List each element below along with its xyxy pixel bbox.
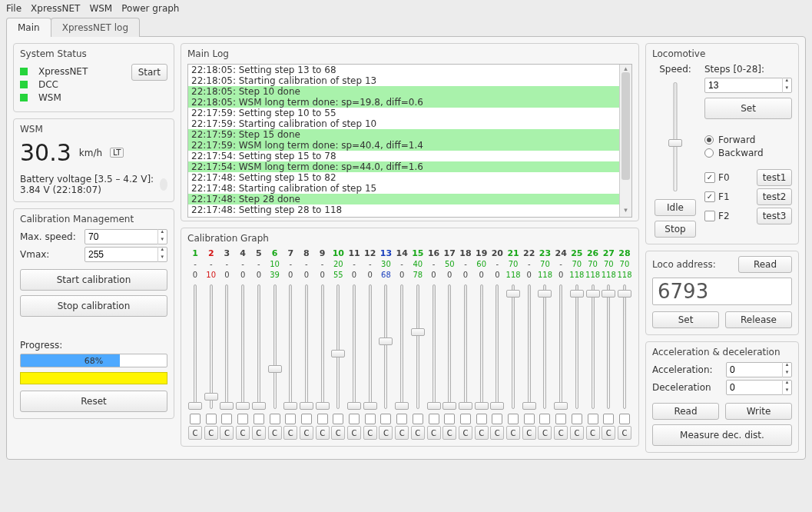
- calib-step-checkbox[interactable]: [237, 414, 248, 424]
- log-line[interactable]: 22:17:48: Starting calibration of step 1…: [188, 183, 631, 194]
- calib-step-checkbox[interactable]: [413, 414, 423, 424]
- calib-step-c-button[interactable]: C: [395, 426, 409, 440]
- func-F1-test-button[interactable]: test2: [757, 188, 792, 205]
- calib-slider[interactable]: [237, 281, 248, 412]
- calib-slider[interactable]: [429, 281, 439, 412]
- calib-step-c-button[interactable]: C: [586, 426, 600, 440]
- steps-input[interactable]: ▴▾: [704, 78, 792, 93]
- log-line[interactable]: 22:18:05: Step 10 done: [188, 86, 631, 97]
- stepper-down-icon[interactable]: ▾: [783, 85, 791, 93]
- calib-step-checkbox[interactable]: [380, 414, 391, 424]
- calib-step-c-button[interactable]: C: [602, 426, 615, 440]
- calib-step-checkbox[interactable]: [460, 414, 471, 424]
- loco-release-button[interactable]: Release: [725, 311, 792, 328]
- calib-slider[interactable]: [333, 281, 343, 412]
- calib-slider[interactable]: [588, 281, 598, 412]
- wsm-lt-chip[interactable]: LT: [110, 148, 124, 158]
- func-F0-test-button[interactable]: test1: [757, 169, 792, 186]
- calib-step-c-button[interactable]: C: [475, 426, 489, 440]
- main-log-list[interactable]: 22:18:05: Setting step 13 to 6822:18:05:…: [187, 64, 632, 218]
- log-line[interactable]: 22:18:05: Starting calibration of step 1…: [188, 75, 631, 86]
- calib-step-checkbox[interactable]: [619, 414, 630, 424]
- scrollbar[interactable]: ▴ ▾: [619, 65, 631, 217]
- calib-slider[interactable]: [508, 281, 519, 412]
- calib-step-checkbox[interactable]: [476, 414, 487, 424]
- calib-step-c-button[interactable]: C: [490, 426, 504, 440]
- calib-step-c-button[interactable]: C: [204, 426, 218, 440]
- calib-step-checkbox[interactable]: [333, 414, 343, 424]
- menu-power graph[interactable]: Power graph: [121, 3, 179, 14]
- calib-step-checkbox[interactable]: [190, 414, 201, 424]
- calib-slider[interactable]: [555, 281, 566, 412]
- calib-step-checkbox[interactable]: [539, 414, 550, 424]
- log-line[interactable]: 22:17:54: Setting step 15 to 78: [188, 151, 631, 161]
- loco-read-button[interactable]: Read: [738, 256, 792, 273]
- calib-step-checkbox[interactable]: [555, 414, 566, 424]
- start-button[interactable]: Start: [131, 64, 167, 81]
- stop-calibration-button[interactable]: Stop calibration: [20, 295, 167, 317]
- calib-step-c-button[interactable]: C: [252, 426, 266, 440]
- speed-slider[interactable]: [668, 79, 682, 194]
- tab-xpressnet log[interactable]: XpressNET log: [51, 18, 140, 37]
- tab-main[interactable]: Main: [6, 18, 51, 37]
- calib-step-checkbox[interactable]: [429, 414, 439, 424]
- log-line[interactable]: 22:17:48: Setting step 28 to 118: [188, 204, 631, 215]
- calib-step-checkbox[interactable]: [349, 414, 360, 424]
- calib-step-checkbox[interactable]: [603, 414, 614, 424]
- calib-step-c-button[interactable]: C: [316, 426, 330, 440]
- calib-step-checkbox[interactable]: [492, 414, 502, 424]
- calib-step-c-button[interactable]: C: [331, 426, 345, 440]
- deceleration-input[interactable]: ▴▾: [726, 380, 792, 395]
- backward-radio[interactable]: Backward: [704, 148, 792, 158]
- func-F1-checkbox[interactable]: ✓: [704, 191, 715, 202]
- calib-step-c-button[interactable]: C: [570, 426, 584, 440]
- acceleration-input[interactable]: ▴▾: [726, 362, 792, 377]
- func-F0-checkbox[interactable]: ✓: [704, 172, 715, 183]
- stepper-down-icon[interactable]: ▾: [158, 254, 167, 262]
- calib-slider[interactable]: [492, 281, 502, 412]
- calib-step-c-button[interactable]: C: [618, 426, 631, 440]
- calib-slider[interactable]: [270, 281, 280, 412]
- log-line[interactable]: 22:17:59: Setting step 10 to 55: [188, 108, 631, 118]
- menu-wsm[interactable]: WSM: [89, 3, 112, 14]
- calib-step-checkbox[interactable]: [508, 414, 519, 424]
- log-line[interactable]: 22:18:05: Setting step 13 to 68: [188, 65, 631, 75]
- menu-xpressnet[interactable]: XpressNET: [31, 3, 80, 14]
- scroll-thumb[interactable]: [621, 72, 630, 180]
- measure-dec-dist-button[interactable]: Measure dec. dist.: [652, 424, 792, 446]
- func-F2-test-button[interactable]: test3: [757, 208, 792, 224]
- steps-set-button[interactable]: Set: [704, 98, 792, 119]
- vmax-input[interactable]: ▴▾: [85, 247, 167, 262]
- log-line[interactable]: 22:17:59: Starting calibration of step 1…: [188, 118, 631, 129]
- stepper-down-icon[interactable]: ▾: [783, 370, 791, 377]
- calib-slider[interactable]: [619, 281, 630, 412]
- calib-step-c-button[interactable]: C: [538, 426, 552, 440]
- calib-step-c-button[interactable]: C: [300, 426, 313, 440]
- calib-step-checkbox[interactable]: [301, 414, 312, 424]
- calib-slider[interactable]: [460, 281, 471, 412]
- log-line[interactable]: 22:18:05: WSM long term done: sp=19.8, d…: [188, 97, 631, 108]
- max-speed-input[interactable]: ▴▾: [85, 229, 167, 244]
- calib-step-checkbox[interactable]: [588, 414, 598, 424]
- log-line[interactable]: 22:17:48: Step 28 done: [188, 194, 631, 204]
- calib-step-checkbox[interactable]: [365, 414, 376, 424]
- calib-step-c-button[interactable]: C: [442, 426, 456, 440]
- log-line[interactable]: 22:17:59: Step 15 done: [188, 129, 631, 140]
- calib-slider[interactable]: [603, 281, 614, 412]
- scroll-down-icon[interactable]: ▾: [621, 206, 630, 217]
- log-line[interactable]: 22:17:54: WSM long term done: sp=44.0, d…: [188, 161, 631, 172]
- calib-step-c-button[interactable]: C: [347, 426, 361, 440]
- calib-slider[interactable]: [396, 281, 407, 412]
- calib-slider[interactable]: [317, 281, 328, 412]
- reset-button[interactable]: Reset: [20, 391, 167, 412]
- calib-slider[interactable]: [285, 281, 296, 412]
- accel-read-button[interactable]: Read: [652, 403, 719, 420]
- calib-step-checkbox[interactable]: [572, 414, 582, 424]
- calib-slider[interactable]: [572, 281, 582, 412]
- menu-file[interactable]: File: [6, 3, 22, 14]
- calib-step-checkbox[interactable]: [317, 414, 328, 424]
- calib-step-c-button[interactable]: C: [427, 426, 441, 440]
- calib-slider[interactable]: [539, 281, 550, 412]
- forward-radio[interactable]: Forward: [704, 135, 792, 145]
- calib-step-checkbox[interactable]: [221, 414, 232, 424]
